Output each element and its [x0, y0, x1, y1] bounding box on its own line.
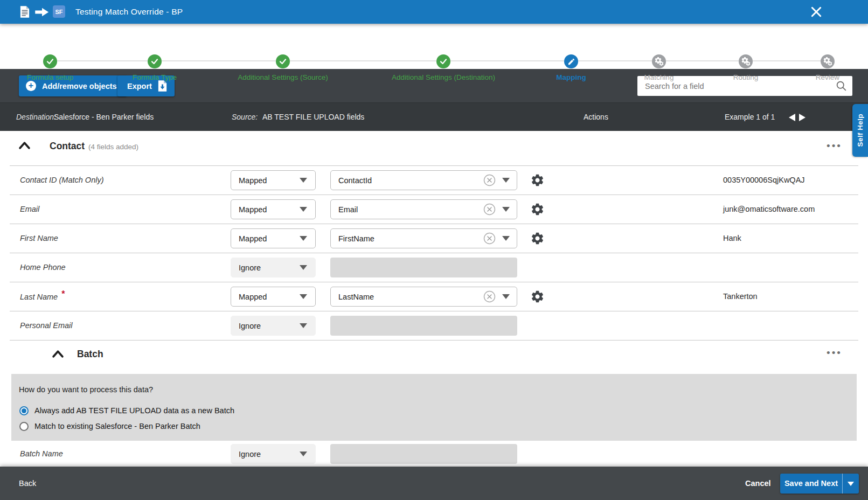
previous-example-icon[interactable]: [789, 114, 795, 121]
radio-selected-icon: [19, 406, 29, 415]
mapping-type-value: Mapped: [239, 293, 267, 301]
radio-existing-batch[interactable]: Match to existing Salesforce - Ben Parke…: [19, 420, 200, 433]
field-row-personal-email: Personal Email Ignore: [10, 311, 858, 340]
chevron-down-icon: [502, 178, 510, 183]
example-value: junk@omaticsoftware.com: [723, 195, 815, 224]
mapping-type-dropdown[interactable]: Ignore: [231, 258, 316, 277]
chevron-down-icon: [502, 294, 510, 299]
source-file-icon: [20, 6, 30, 18]
collapse-batch-chevron-icon[interactable]: [52, 349, 64, 358]
search-icon[interactable]: [836, 80, 847, 92]
mapping-type-dropdown[interactable]: Mapped: [231, 170, 316, 190]
wizard-stepper: Formula setup Formula Type Additional Se…: [0, 24, 868, 69]
export-label: Export: [127, 82, 152, 91]
field-settings-gear-icon[interactable]: [530, 173, 545, 188]
source-field-value: ContactId: [338, 176, 372, 185]
source-field-dropdown[interactable]: ContactId: [330, 170, 517, 190]
next-example-icon[interactable]: [799, 114, 805, 121]
step-done-icon: [436, 54, 450, 68]
collapse-contact-chevron-icon[interactable]: [18, 141, 31, 150]
batch-process-panel: How do you want to process this data? Al…: [11, 374, 857, 441]
save-options-dropdown[interactable]: [842, 474, 859, 494]
contact-fields-count: (4 fields added): [88, 143, 138, 151]
example-counter: Example 1 of 1: [725, 103, 775, 131]
chevron-down-icon: [502, 207, 510, 212]
source-field-disabled: [330, 316, 517, 336]
required-asterisk: *: [61, 289, 65, 298]
source-field-dropdown[interactable]: Email: [330, 199, 517, 219]
source-field-value: FirstName: [338, 234, 374, 243]
step-label: Matching: [644, 73, 674, 81]
save-and-next-button[interactable]: Save and Next: [780, 474, 842, 494]
field-settings-gear-icon[interactable]: [530, 202, 545, 217]
example-value: 0035Y00006SqjKwQAJ: [723, 166, 805, 195]
chevron-down-icon: [300, 294, 307, 299]
back-button[interactable]: Back: [19, 467, 36, 500]
destination-field-label: Home Phone: [20, 253, 66, 282]
formula-title: Testing Match Override - BP: [75, 0, 183, 24]
close-icon[interactable]: [810, 6, 822, 18]
source-field-dropdown[interactable]: LastName: [330, 287, 517, 307]
cancel-button[interactable]: Cancel: [745, 467, 771, 500]
step-gears-icon: [821, 54, 835, 68]
step-label: Review: [816, 73, 839, 81]
clear-selection-icon[interactable]: [483, 290, 496, 303]
radio-label: Always add AB TEST FILE UPLOAD data as a…: [34, 406, 234, 415]
clear-selection-icon[interactable]: [483, 203, 496, 216]
destination-field-label: First Name: [20, 224, 58, 253]
clear-selection-icon[interactable]: [483, 232, 496, 245]
chevron-down-icon: [300, 265, 307, 270]
source-field-dropdown[interactable]: FirstName: [330, 228, 517, 248]
step-review[interactable]: Review: [752, 54, 868, 81]
example-value: Tankerton: [723, 282, 758, 311]
field-settings-gear-icon[interactable]: [530, 231, 545, 246]
mapping-type-value: Mapped: [239, 205, 267, 214]
mapping-type-value: Ignore: [239, 263, 261, 272]
step-additional-settings-source[interactable]: Additional Settings (Source): [207, 54, 358, 81]
contact-overflow-menu-icon[interactable]: •••: [827, 143, 842, 149]
mapping-type-dropdown[interactable]: Ignore: [231, 316, 316, 336]
salesforce-badge: SF: [53, 5, 65, 18]
mapping-type-value: Mapped: [239, 234, 267, 243]
step-done-icon: [148, 54, 162, 68]
source-field-value: Email: [338, 205, 358, 214]
step-edit-pencil-icon: [564, 54, 578, 68]
field-label-text: Last Name: [20, 293, 58, 301]
app-window: SF Testing Match Override - BP Formula s…: [0, 0, 868, 500]
destination-field-label: Batch Name: [20, 441, 63, 467]
step-done-icon: [276, 54, 290, 68]
plus-circle-icon: +: [26, 81, 36, 91]
app-titlebar: SF Testing Match Override - BP: [0, 0, 868, 24]
field-row-contact-id: Contact ID (Match Only) Mapped ContactId…: [10, 165, 858, 195]
field-row-first-name: First Name Mapped FirstName Hank: [10, 224, 858, 253]
self-help-tab[interactable]: Self Help: [852, 104, 868, 157]
example-value: Hank: [723, 224, 741, 253]
batch-section-title: Batch: [77, 349, 103, 360]
self-help-label: Self Help: [856, 114, 864, 147]
step-done-icon: [43, 54, 57, 68]
destination-field-label: Personal Email: [20, 311, 73, 340]
chevron-down-icon: [300, 323, 307, 328]
destination-field-label: Email: [20, 195, 39, 224]
field-settings-gear-icon[interactable]: [530, 289, 545, 304]
radio-new-batch[interactable]: Always add AB TEST FILE UPLOAD data as a…: [19, 404, 234, 417]
clear-selection-icon[interactable]: [483, 174, 496, 186]
mapping-type-dropdown[interactable]: Mapped: [231, 228, 316, 248]
wizard-footer: Back Cancel Save and Next: [0, 467, 868, 500]
rows-bottom-divider: [10, 340, 858, 341]
mapping-type-dropdown[interactable]: Mapped: [231, 199, 316, 219]
field-row-home-phone: Home Phone Ignore: [10, 253, 858, 282]
flow-arrow-icon: [35, 8, 49, 17]
step-gears-icon: [652, 54, 666, 68]
export-file-icon: [158, 80, 167, 92]
mapping-type-dropdown[interactable]: Ignore: [231, 444, 316, 464]
step-gears-icon: [739, 54, 753, 68]
radio-label: Match to existing Salesforce - Ben Parke…: [34, 422, 200, 430]
destination-field-label: Contact ID (Match Only): [20, 166, 104, 195]
mapping-type-dropdown[interactable]: Mapped: [231, 287, 316, 307]
step-label: Formula Type: [133, 73, 177, 81]
batch-overflow-menu-icon[interactable]: •••: [827, 350, 842, 356]
source-value: AB TEST FILE UPLOAD fields: [262, 103, 364, 131]
save-and-next-split-button: Save and Next: [780, 474, 859, 494]
chevron-down-icon: [300, 178, 307, 183]
